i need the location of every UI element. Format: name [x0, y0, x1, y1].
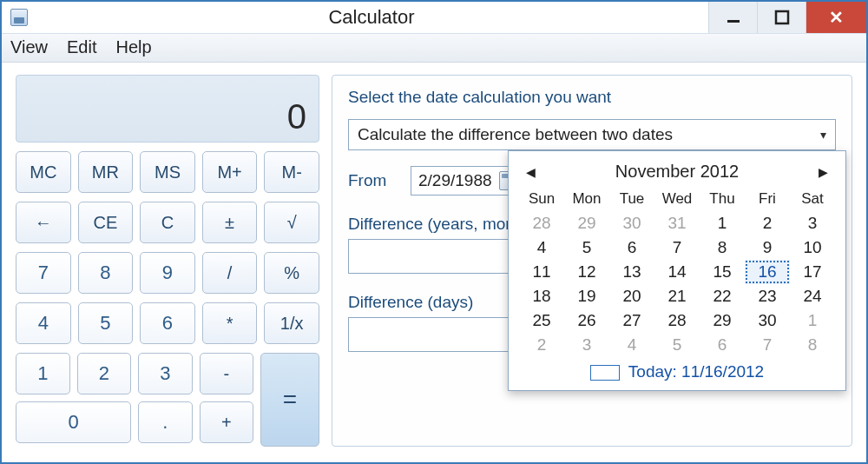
calendar-dow: Fri: [745, 189, 790, 211]
calendar-day[interactable]: 17: [790, 260, 835, 284]
maximize-button[interactable]: [757, 2, 806, 33]
mc-button[interactable]: MC: [16, 151, 71, 193]
calc-mode-select[interactable]: Calculate the difference between two dat…: [348, 119, 836, 150]
add-button[interactable]: +: [200, 401, 254, 443]
calendar-day[interactable]: 8: [790, 333, 835, 357]
digit-6-button[interactable]: 6: [140, 302, 195, 344]
subtract-button[interactable]: -: [200, 353, 254, 394]
mem-row: MC MR MS M+ M-: [16, 151, 319, 193]
calendar-day[interactable]: 13: [609, 260, 654, 284]
date-calc-panel: Select the date calculation you want Cal…: [332, 75, 852, 447]
calendar-day[interactable]: 6: [609, 235, 654, 260]
ms-button[interactable]: MS: [140, 151, 195, 193]
digit-0-button[interactable]: 0: [16, 401, 131, 443]
menu-view[interactable]: View: [10, 37, 48, 57]
app-icon: [10, 9, 28, 26]
digit-9-button[interactable]: 9: [140, 252, 195, 294]
minimize-icon: [726, 10, 741, 25]
calendar-day[interactable]: 16: [745, 260, 790, 284]
calendar-day[interactable]: 2: [519, 333, 564, 357]
calendar-day[interactable]: 22: [700, 284, 745, 308]
calendar-day[interactable]: 4: [609, 333, 654, 357]
calendar-day[interactable]: 3: [790, 211, 835, 235]
ce-button[interactable]: CE: [78, 202, 134, 243]
calendar-day[interactable]: 24: [790, 284, 835, 308]
calendar-day[interactable]: 6: [700, 333, 745, 357]
bottom-rows: 1 2 3 - 0 . + =: [16, 353, 319, 447]
digit-2-button[interactable]: 2: [77, 353, 132, 394]
calendar-day[interactable]: 20: [609, 284, 654, 308]
calendar-day[interactable]: 5: [654, 333, 700, 357]
svg-rect-1: [776, 11, 788, 23]
calendar-day[interactable]: 1: [700, 211, 745, 235]
multiply-button[interactable]: *: [202, 302, 258, 344]
calendar-day[interactable]: 29: [700, 308, 745, 333]
ops-row-1: ← CE C ± √: [16, 202, 319, 243]
today-indicator-icon: [590, 365, 620, 381]
calendar-day[interactable]: 30: [745, 308, 790, 333]
calendar-day[interactable]: 4: [519, 235, 564, 260]
plusminus-button[interactable]: ±: [202, 202, 258, 243]
calendar-day[interactable]: 30: [609, 211, 654, 235]
calendar-next-button[interactable]: ▶: [813, 163, 833, 181]
calendar-day[interactable]: 25: [519, 308, 564, 333]
calculator-window: Calculator ✕ View Edit Help 0 MC MR MS: [0, 0, 868, 464]
decimal-button[interactable]: .: [138, 401, 193, 443]
calendar-day[interactable]: 7: [654, 235, 700, 260]
num-row-2: 4 5 6 * 1/x: [16, 302, 319, 344]
calendar-header: ◀ November 2012 ▶: [519, 158, 835, 189]
menu-edit[interactable]: Edit: [67, 37, 96, 57]
minimize-button[interactable]: [708, 2, 757, 33]
calendar-day[interactable]: 1: [790, 308, 835, 333]
calendar-day[interactable]: 8: [700, 235, 745, 260]
sqrt-button[interactable]: √: [264, 202, 319, 243]
equals-button[interactable]: =: [260, 353, 319, 447]
mr-button[interactable]: MR: [78, 151, 134, 193]
digit-8-button[interactable]: 8: [78, 252, 134, 294]
date-calc-heading: Select the date calculation you want: [348, 88, 836, 107]
menu-help[interactable]: Help: [115, 37, 151, 57]
close-button[interactable]: ✕: [806, 2, 866, 33]
digit-3-button[interactable]: 3: [138, 353, 193, 394]
calendar-day[interactable]: 2: [745, 211, 790, 235]
reciprocal-button[interactable]: 1/x: [264, 302, 319, 344]
from-date-value: 2/29/1988: [418, 171, 492, 190]
digit-1-button[interactable]: 1: [16, 353, 70, 394]
calendar-day[interactable]: 5: [564, 235, 609, 260]
calendar-day[interactable]: 15: [700, 260, 745, 284]
calendar-day[interactable]: 11: [519, 260, 564, 284]
calendar-dow: Sat: [790, 189, 835, 211]
calendar-day[interactable]: 23: [745, 284, 790, 308]
c-button[interactable]: C: [140, 202, 195, 243]
calendar-day[interactable]: 28: [519, 211, 564, 235]
calendar-day[interactable]: 10: [790, 235, 835, 260]
chevron-down-icon: ▾: [820, 128, 826, 142]
calendar-day[interactable]: 9: [745, 235, 790, 260]
num-row-4: 0 . +: [16, 401, 253, 443]
calendar-prev-button[interactable]: ◀: [521, 163, 541, 181]
percent-button[interactable]: %: [264, 252, 319, 294]
calendar-day[interactable]: 18: [519, 284, 564, 308]
calendar-day[interactable]: 26: [564, 308, 609, 333]
calendar-day[interactable]: 19: [564, 284, 609, 308]
calendar-day[interactable]: 12: [564, 260, 609, 284]
calendar-day[interactable]: 3: [564, 333, 609, 357]
calendar-day[interactable]: 29: [564, 211, 609, 235]
calendar-day[interactable]: 27: [609, 308, 654, 333]
calendar-today-link[interactable]: Today: 11/16/2012: [519, 357, 835, 381]
backspace-button[interactable]: ←: [16, 202, 71, 243]
calendar-day[interactable]: 31: [654, 211, 700, 235]
digit-7-button[interactable]: 7: [16, 252, 71, 294]
calendar-day[interactable]: 21: [654, 284, 700, 308]
mminus-button[interactable]: M-: [264, 151, 319, 193]
calendar-title[interactable]: November 2012: [615, 162, 739, 182]
calendar-day[interactable]: 28: [654, 308, 700, 333]
digit-4-button[interactable]: 4: [16, 302, 71, 344]
calendar-dow: Tue: [609, 189, 654, 211]
calendar-day[interactable]: 14: [654, 260, 700, 284]
divide-button[interactable]: /: [202, 252, 258, 294]
calendar-grid: SunMonTueWedThuFriSat2829303112345678910…: [519, 189, 835, 357]
digit-5-button[interactable]: 5: [78, 302, 134, 344]
mplus-button[interactable]: M+: [202, 151, 258, 193]
calendar-day[interactable]: 7: [745, 333, 790, 357]
